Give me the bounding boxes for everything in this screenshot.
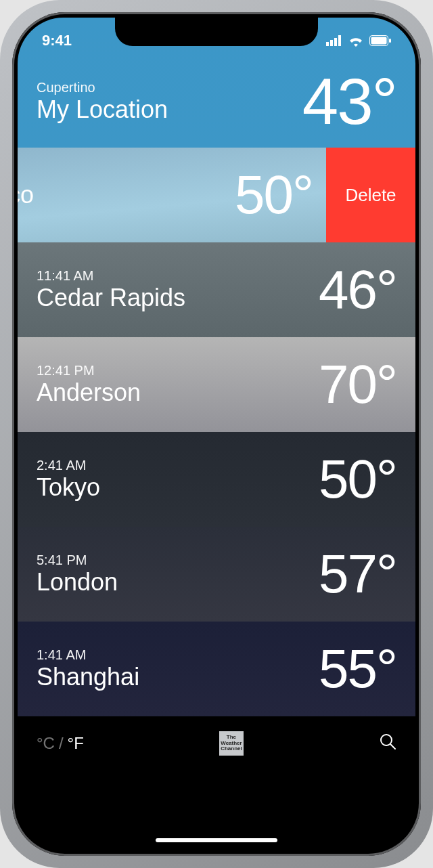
location-row-san-francisco[interactable]: rancisco 50° Delete — [18, 148, 415, 242]
delete-button[interactable]: Delete — [326, 148, 415, 242]
location-row-shanghai[interactable]: 1:41 AM Shanghai 55° — [18, 622, 415, 716]
status-icons — [326, 35, 391, 47]
location-time: 5:41 PM — [37, 552, 118, 568]
svg-rect-0 — [326, 42, 329, 46]
unit-toggle[interactable]: °C / °F — [37, 734, 84, 753]
location-temp: 46° — [319, 259, 396, 321]
location-name: Shanghai — [37, 663, 139, 691]
status-time: 9:41 — [42, 32, 72, 49]
device-frame: 9:41 Cupertino My Location 43° — [0, 0, 433, 868]
screen: 9:41 Cupertino My Location 43° — [18, 18, 415, 850]
location-time: 11:41 AM — [37, 268, 185, 284]
location-name: Tokyo — [37, 473, 100, 501]
location-name: Cedar Rapids — [37, 284, 185, 311]
location-time: 1:41 AM — [37, 647, 139, 663]
svg-line-8 — [390, 744, 395, 749]
celsius-label: °C — [37, 734, 55, 753]
location-temp: 43° — [302, 64, 396, 139]
home-indicator[interactable] — [156, 838, 277, 842]
location-name: My Location — [37, 95, 168, 123]
weather-list[interactable]: Cupertino My Location 43° rancisco 50° D… — [18, 18, 415, 850]
location-name: rancisco — [18, 181, 34, 209]
location-temp: 70° — [319, 353, 396, 416]
wifi-icon — [348, 35, 364, 47]
location-row-anderson[interactable]: 12:41 PM Anderson 70° — [18, 337, 415, 432]
svg-rect-1 — [330, 40, 333, 46]
delete-label: Delete — [345, 185, 396, 206]
weather-channel-logo[interactable]: The Weather Channel — [219, 731, 244, 756]
notch — [115, 18, 318, 46]
twc-line3: Channel — [221, 746, 242, 752]
fahrenheit-label: °F — [68, 734, 84, 753]
location-row-london[interactable]: 5:41 PM London 57° — [18, 527, 415, 622]
location-temp: 50° — [319, 448, 396, 511]
cellular-icon — [326, 35, 342, 46]
unit-slash: / — [59, 734, 64, 753]
location-temp: 50° — [235, 164, 326, 226]
location-time: 2:41 AM — [37, 458, 100, 473]
search-icon[interactable] — [379, 733, 396, 754]
location-subtitle: Cupertino — [37, 80, 168, 95]
svg-rect-5 — [371, 37, 387, 45]
svg-rect-2 — [334, 38, 337, 46]
location-name: London — [37, 568, 118, 596]
location-temp: 57° — [319, 543, 396, 605]
device-bezel: 9:41 Cupertino My Location 43° — [12, 12, 421, 856]
svg-rect-6 — [389, 39, 391, 43]
location-row-tokyo[interactable]: 2:41 AM Tokyo 50° — [18, 432, 415, 527]
location-time: 12:41 PM — [37, 363, 141, 378]
bottom-toolbar: °C / °F The Weather Channel — [18, 716, 415, 771]
location-temp: 55° — [319, 638, 396, 700]
location-name: Anderson — [37, 378, 141, 406]
location-row-cedar-rapids[interactable]: 11:41 AM Cedar Rapids 46° — [18, 242, 415, 337]
battery-icon — [369, 35, 391, 46]
svg-rect-3 — [338, 35, 341, 46]
